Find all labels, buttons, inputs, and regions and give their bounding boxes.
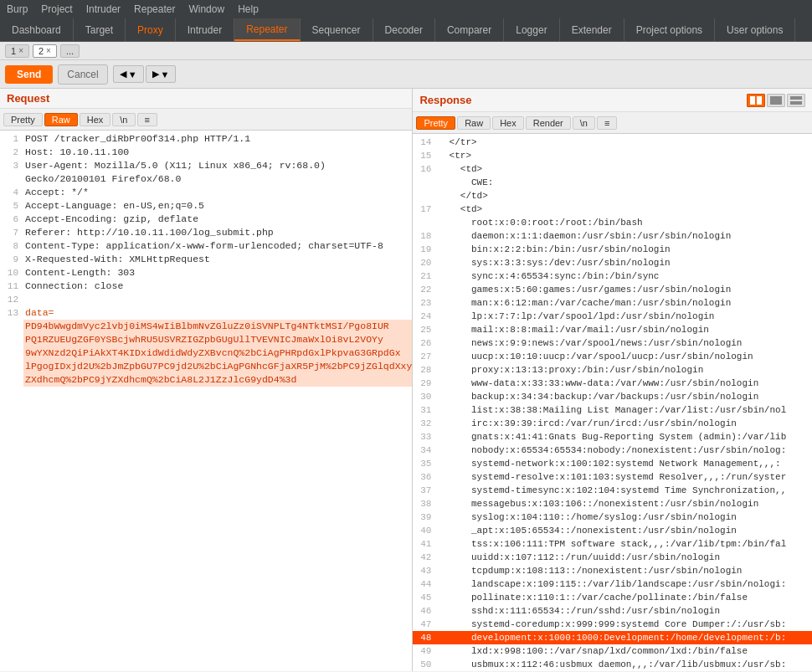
resp-tab-menu[interactable]: ≡ [597, 116, 617, 130]
resp-tab-pretty[interactable]: Pretty [416, 116, 455, 130]
num-tab-2[interactable]: 2 × [33, 44, 57, 58]
line-number: 42 [413, 551, 436, 564]
menu-burp[interactable]: Burp [0, 2, 34, 17]
line-number: 27 [413, 350, 436, 363]
menu-repeater[interactable]: Repeater [127, 2, 182, 17]
num-tab-more[interactable]: ... [60, 44, 80, 58]
table-row: 11 Connection: close [0, 280, 412, 293]
line-number: 39 [413, 510, 436, 524]
line-content: daemon:x:1:1:daemon:/usr/sbin:/usr/sbin/… [436, 229, 812, 243]
line-number: 31 [413, 403, 436, 417]
line-content: Content-Type: application/x-www-form-url… [23, 239, 412, 253]
req-tab-newline[interactable]: \n [112, 113, 135, 126]
tab-dashboard[interactable]: Dashboard [0, 18, 74, 41]
response-code-area[interactable]: 14 </tr> 15 <tr> 16 <td> CWE: </td> [413, 134, 812, 671]
table-row: 43 tcpdump:x:108:113::/nonexistent:/usr/… [413, 564, 812, 577]
line-content: User-Agent: Mozilla/5.0 (X11; Linux x86_… [23, 159, 412, 172]
table-row: 9 X-Requested-With: XMLHttpRequest [0, 253, 412, 266]
line-number: 8 [0, 239, 23, 253]
table-row: PQ1RZUEUgZGF0YSBcjwhRU5USVRZIGZpbGUgUllT… [0, 333, 412, 346]
line-content: X-Requested-With: XMLHttpRequest [23, 253, 412, 266]
tab-logger[interactable]: Logger [504, 18, 559, 41]
table-row: 15 <tr> [413, 149, 812, 162]
line-content: Connection: close [23, 280, 412, 293]
line-number: 35 [413, 457, 436, 470]
line-number: 38 [413, 497, 436, 510]
req-tab-hex[interactable]: Hex [80, 113, 111, 126]
line-content: Host: 10.10.11.100 [23, 146, 412, 159]
table-row: 25 mail:x:8:8:mail:/var/mail:/usr/sbin/n… [413, 323, 812, 336]
response-panel-header: Response [419, 90, 471, 110]
line-content: POST /tracker_diRbPr0Of314.php HTTP/1.1 [23, 132, 412, 146]
response-panel: Response Pretty Raw Hex Render \n ≡ [413, 89, 812, 671]
line-content: PD94bWwgdmVyc2lvbj0iMS4wIiBlbmNvZGluZz0i… [23, 320, 412, 333]
req-tab-raw[interactable]: Raw [44, 113, 78, 126]
line-content: mail:x:8:8:mail:/var/mail:/usr/sbin/nolo… [436, 323, 812, 336]
tab-intruder[interactable]: Intruder [176, 18, 234, 41]
line-number: 18 [413, 229, 436, 243]
tab-project-options[interactable]: Project options [624, 18, 715, 41]
line-content: usbmux:x:112:46:usbmux daemon,,,:/var/li… [436, 658, 812, 671]
table-row: 40 _apt:x:105:65534::/nonexistent:/usr/s… [413, 524, 812, 537]
menu-help[interactable]: Help [231, 2, 265, 17]
view-icon-grid[interactable] [787, 94, 805, 107]
resp-tab-raw[interactable]: Raw [457, 116, 491, 130]
table-row: 3 User-Agent: Mozilla/5.0 (X11; Linux x8… [0, 159, 412, 172]
tab-target[interactable]: Target [74, 18, 126, 41]
request-code-area[interactable]: 1 POST /tracker_diRbPr0Of314.php HTTP/1.… [0, 131, 412, 671]
table-row: lPgogIDxjd2U%2bJmZpbGU7PC9jd2U%2bCiAgPGN… [0, 360, 412, 373]
nav-forward-button[interactable]: ▶ ▼ [146, 65, 177, 83]
line-content: ZXdhcmQ%2bPC9jYZXdhcmQ%2bCiA8L2J1ZzJlcG9… [23, 373, 412, 387]
line-content: tss:x:106:111:TPM software stack,,,:/var… [436, 537, 812, 551]
line-content: Accept-Language: en-US,en;q=0.5 [23, 199, 412, 213]
line-content [23, 293, 412, 306]
line-content: man:x:6:12:man:/var/cache/man:/usr/sbin/… [436, 296, 812, 310]
resp-tab-hex[interactable]: Hex [492, 116, 524, 130]
send-button[interactable]: Send [5, 65, 53, 84]
line-content: messagebus:x:103:106::/nonexistent:/usr/… [436, 497, 812, 510]
num-tab-1-close[interactable]: × [18, 46, 23, 55]
tab-comparer[interactable]: Comparer [435, 18, 504, 41]
line-content: sync:x:4:65534:sync:/bin:/bin/sync [436, 269, 812, 283]
req-tab-pretty[interactable]: Pretty [3, 113, 43, 126]
tab-repeater[interactable]: Repeater [234, 18, 300, 41]
line-content: Content-Length: 303 [23, 266, 412, 280]
tab-extender[interactable]: Extender [560, 18, 624, 41]
line-content: games:x:5:60:games:/usr/games:/usr/sbin/… [436, 283, 812, 296]
resp-tab-render[interactable]: Render [526, 116, 571, 130]
tab-sequencer[interactable]: Sequencer [301, 18, 373, 41]
line-number: 19 [413, 243, 436, 256]
line-content: nobody:x:65534:65534:nobody:/nonexistent… [436, 444, 812, 457]
table-row: 45 pollinate:x:110:1::/var/cache/pollina… [413, 591, 812, 604]
table-row: 34 nobody:x:65534:65534:nobody:/nonexist… [413, 444, 812, 457]
line-content: proxy:x:13:13:proxy:/bin:/usr/sbin/nolog… [436, 363, 812, 377]
chevron-right-icon: ▶ [152, 69, 159, 80]
line-content: list:x:38:38:Mailing List Manager:/var/l… [436, 403, 812, 417]
line-content: tcpdump:x:108:113::/nonexistent:/usr/sbi… [436, 564, 812, 577]
cancel-button[interactable]: Cancel [58, 64, 107, 85]
tab-user-options[interactable]: User options [715, 18, 795, 41]
req-tab-menu[interactable]: ≡ [137, 113, 157, 126]
chevron-left-icon: ◀ [120, 69, 126, 80]
table-row: 7 Referer: http://10.10.11.100/log_submi… [0, 226, 412, 239]
table-row: 37 systemd-timesync:x:102:104:systemd Ti… [413, 484, 812, 497]
num-tab-1[interactable]: 1 × [5, 44, 29, 58]
view-icon-split[interactable] [747, 94, 765, 107]
num-tab-2-close[interactable]: × [46, 46, 51, 55]
nav-back-button[interactable]: ◀ ▼ [113, 65, 144, 83]
line-content: <tr> [436, 149, 812, 162]
menu-intruder[interactable]: Intruder [80, 2, 127, 17]
dropdown-icon: ▼ [128, 69, 137, 80]
tab-proxy[interactable]: Proxy [126, 18, 176, 41]
line-content: lp:x:7:7:lp:/var/spool/lpd:/usr/sbin/nol… [436, 310, 812, 323]
line-number [0, 172, 23, 186]
table-row: 22 games:x:5:60:games:/usr/games:/usr/sb… [413, 283, 812, 296]
view-icon-single[interactable] [767, 94, 785, 107]
line-content: _apt:x:105:65534::/nonexistent:/usr/sbin… [436, 524, 812, 537]
line-content: uuidd:x:107:112::/run/uuidd:/usr/sbin/no… [436, 551, 812, 564]
menu-project[interactable]: Project [34, 2, 79, 17]
tab-decoder[interactable]: Decoder [373, 18, 435, 41]
table-row: 19 bin:x:2:2:bin:/bin:/usr/sbin/nologin [413, 243, 812, 256]
resp-tab-newline[interactable]: \n [573, 116, 595, 130]
menu-window[interactable]: Window [182, 2, 231, 17]
